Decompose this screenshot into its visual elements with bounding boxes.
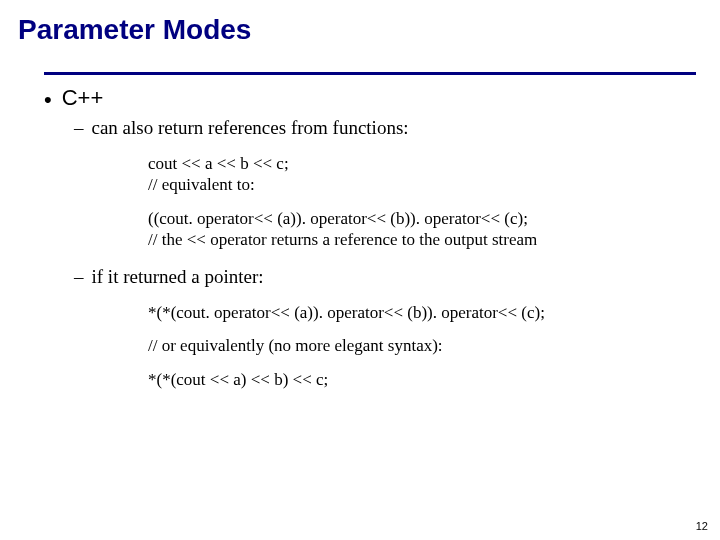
code-line: // or equivalently (no more elegant synt…: [148, 335, 696, 356]
dash-icon: –: [74, 117, 84, 139]
code-line: // equivalent to:: [148, 174, 696, 195]
bullet-item-1: • C++: [44, 85, 696, 111]
code-block-2: *(*(cout. operator<< (a)). operator<< (b…: [148, 302, 696, 390]
bullet-dot-icon: •: [44, 89, 52, 111]
slide-content: • C++ – can also return references from …: [0, 75, 720, 390]
bullet-text: C++: [62, 85, 104, 111]
sub-bullet-text: can also return references from function…: [92, 117, 409, 139]
code-block-1: cout << a << b << c; // equivalent to: (…: [148, 153, 696, 250]
code-line: *(*(cout. operator<< (a)). operator<< (b…: [148, 302, 696, 323]
page-number: 12: [696, 520, 708, 532]
code-line: cout << a << b << c;: [148, 153, 696, 174]
code-line: ((cout. operator<< (a)). operator<< (b))…: [148, 208, 696, 229]
sub-bullet-2: – if it returned a pointer:: [74, 266, 696, 288]
slide-title: Parameter Modes: [0, 0, 720, 46]
code-line: // the << operator returns a reference t…: [148, 229, 696, 250]
sub-bullet-1: – can also return references from functi…: [74, 117, 696, 139]
sub-bullet-text: if it returned a pointer:: [92, 266, 264, 288]
dash-icon: –: [74, 266, 84, 288]
code-line: *(*(cout << a) << b) << c;: [148, 369, 696, 390]
